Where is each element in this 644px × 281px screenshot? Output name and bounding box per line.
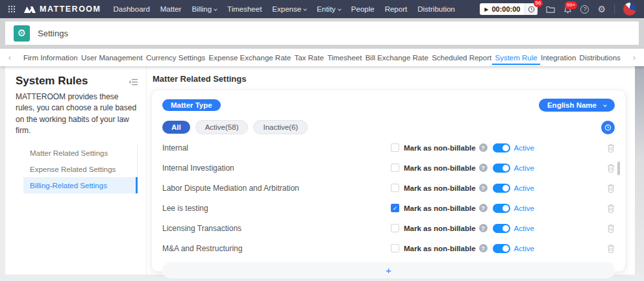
filter-all[interactable]: All bbox=[162, 121, 190, 134]
play-icon[interactable]: ▶ bbox=[484, 6, 488, 12]
nav-item-billing[interactable]: Billing bbox=[192, 5, 217, 13]
bell-icon[interactable]: 99+ bbox=[564, 5, 572, 14]
help-icon[interactable]: ? bbox=[580, 5, 589, 14]
matter-type-name: Internal bbox=[162, 143, 391, 153]
nav-item-distribution[interactable]: Distribution bbox=[417, 5, 455, 13]
divider bbox=[614, 5, 615, 14]
non-billable-label: Mark as non-billable bbox=[404, 144, 476, 152]
sidebar-item-billing-related-settings[interactable]: Billing-Related Settings bbox=[23, 177, 138, 193]
trash-icon[interactable] bbox=[607, 204, 615, 213]
chevron-down-icon bbox=[303, 7, 307, 11]
timer-widget[interactable]: ▶ 00:00:00 56 bbox=[480, 3, 538, 15]
nav-item-entity[interactable]: Entity bbox=[317, 5, 341, 13]
non-billable-checkbox[interactable] bbox=[391, 244, 399, 252]
tab-expense-exchange-rate[interactable]: Expense Exchange Rate bbox=[208, 50, 293, 65]
matter-type-badge: Matter Type bbox=[162, 99, 221, 111]
tabs-scroll-right-icon[interactable]: › bbox=[630, 53, 639, 62]
chevron-down-icon bbox=[338, 7, 341, 11]
matter-type-name: Internal Investigation bbox=[162, 164, 391, 173]
matter-type-name: Labor Dispute Mediation and Arbitration bbox=[162, 184, 391, 193]
nav-item-expense[interactable]: Expense bbox=[272, 5, 306, 13]
logo-mark bbox=[24, 6, 36, 13]
chevron-down-icon bbox=[603, 103, 607, 107]
nav-menu: Dashboard Matter Billing Timesheet Expen… bbox=[114, 5, 455, 13]
apps-grid-icon[interactable] bbox=[8, 5, 16, 13]
gear-icon[interactable]: ⚙ bbox=[597, 5, 606, 14]
help-icon[interactable]: ? bbox=[479, 244, 488, 252]
active-toggle[interactable] bbox=[493, 184, 510, 193]
tab-system-rule[interactable]: System Rule bbox=[493, 50, 538, 65]
tab-distributions[interactable]: Distributions bbox=[578, 50, 622, 65]
sidebar-menu: Matter Related Settings Expense Related … bbox=[23, 145, 138, 193]
nav-item-people[interactable]: People bbox=[351, 5, 375, 13]
trash-icon[interactable] bbox=[607, 244, 615, 253]
tab-integration[interactable]: Integration bbox=[539, 50, 577, 65]
non-billable-checkbox[interactable] bbox=[391, 143, 399, 152]
section-title: Matter Related Settings bbox=[153, 74, 626, 84]
nav-item-report[interactable]: Report bbox=[385, 5, 408, 13]
nav-item-dashboard[interactable]: Dashboard bbox=[114, 5, 150, 13]
tab-firm-information[interactable]: Firm Information bbox=[22, 50, 79, 65]
table-row: Licensing Transactions Mark as non-billa… bbox=[162, 218, 615, 238]
table-row: M&A and Restructuring Mark as non-billab… bbox=[162, 238, 615, 258]
tab-currency-settings[interactable]: Currency Settings bbox=[145, 50, 206, 65]
table-row: Internal Mark as non-billable ? Active bbox=[162, 138, 615, 158]
non-billable-label: Mark as non-billable bbox=[404, 225, 476, 232]
sidebar-item-matter-related-settings[interactable]: Matter Related Settings bbox=[23, 145, 137, 161]
nav-item-matter[interactable]: Matter bbox=[160, 5, 182, 13]
help-icon[interactable]: ? bbox=[479, 164, 488, 172]
help-icon[interactable]: ? bbox=[479, 224, 488, 232]
non-billable-checkbox[interactable] bbox=[391, 164, 399, 172]
settings-band: ⚙ Settings bbox=[0, 18, 644, 49]
content-area: System Rules MATTEROOM provides these ru… bbox=[5, 66, 644, 275]
tab-user-management[interactable]: User Management bbox=[80, 50, 144, 65]
matteroom-logo[interactable]: MATTEROOM bbox=[24, 5, 101, 14]
filter-active[interactable]: Active(58) bbox=[195, 120, 249, 134]
chevron-down-icon bbox=[214, 7, 217, 11]
matter-type-list: Internal Mark as non-billable ? Active I… bbox=[162, 138, 615, 258]
history-icon[interactable] bbox=[601, 121, 615, 134]
active-status-label: Active bbox=[514, 184, 534, 192]
non-billable-label: Mark as non-billable bbox=[404, 204, 476, 212]
active-toggle[interactable] bbox=[493, 244, 510, 253]
help-icon[interactable]: ? bbox=[479, 143, 488, 152]
non-billable-checkbox[interactable] bbox=[391, 224, 399, 232]
list-scrollbar[interactable] bbox=[617, 162, 620, 175]
notifications-badge: 99+ bbox=[565, 1, 578, 9]
nav-item-timesheet[interactable]: Timesheet bbox=[227, 5, 262, 13]
active-toggle[interactable] bbox=[493, 224, 510, 233]
filter-inactive[interactable]: Inactive(6) bbox=[253, 120, 308, 134]
collapse-sidebar-icon[interactable] bbox=[129, 77, 138, 88]
non-billable-checkbox[interactable] bbox=[391, 184, 399, 192]
add-matter-type-button[interactable]: + bbox=[162, 262, 615, 278]
non-billable-label: Mark as non-billable bbox=[404, 245, 476, 252]
tabs-scroll-left-icon[interactable]: ‹ bbox=[5, 53, 14, 62]
non-billable-checkbox[interactable] bbox=[391, 204, 399, 212]
active-status-label: Active bbox=[514, 245, 534, 252]
matter-type-name: Lee is testing bbox=[162, 204, 391, 213]
tab-scheduled-report[interactable]: Scheduled Report bbox=[430, 50, 493, 65]
active-toggle[interactable] bbox=[493, 164, 510, 173]
active-toggle[interactable] bbox=[493, 143, 510, 153]
tab-timesheet[interactable]: Timesheet bbox=[326, 50, 363, 65]
trash-icon[interactable] bbox=[607, 224, 615, 233]
help-icon[interactable]: ? bbox=[479, 204, 488, 212]
sidebar-item-expense-related-settings[interactable]: Expense Related Settings bbox=[23, 161, 137, 177]
trash-icon[interactable] bbox=[607, 143, 615, 153]
page-title: Settings bbox=[38, 29, 68, 38]
folder-icon[interactable] bbox=[546, 5, 555, 13]
tab-tax-rate[interactable]: Tax Rate bbox=[293, 50, 325, 65]
top-nav: MATTEROOM Dashboard Matter Billing Times… bbox=[0, 0, 644, 18]
language-selector[interactable]: English Name bbox=[539, 99, 615, 112]
avatar[interactable] bbox=[623, 3, 636, 16]
active-status-label: Active bbox=[514, 225, 534, 232]
system-rules-sidebar: System Rules MATTEROOM provides these ru… bbox=[5, 66, 146, 275]
sidebar-description: MATTEROOM provides these rules, you can … bbox=[16, 92, 138, 137]
trash-icon[interactable] bbox=[607, 164, 615, 173]
active-toggle[interactable] bbox=[493, 204, 510, 213]
trash-icon[interactable] bbox=[607, 184, 615, 193]
help-icon[interactable]: ? bbox=[479, 184, 488, 192]
filter-row: All Active(58) Inactive(6) bbox=[162, 120, 615, 134]
non-billable-label: Mark as non-billable bbox=[404, 164, 476, 172]
tab-bill-exchange-rate[interactable]: Bill Exchange Rate bbox=[364, 50, 430, 65]
